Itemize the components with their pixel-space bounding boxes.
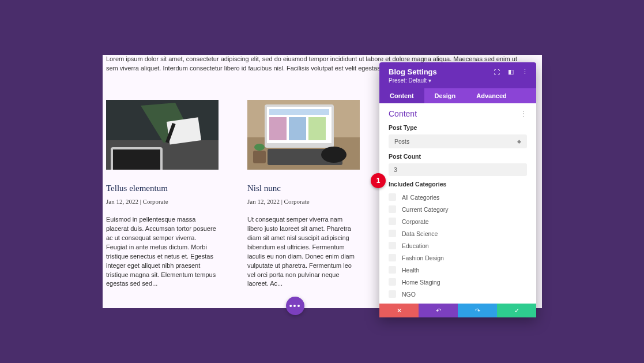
- section-kebab-icon[interactable]: ⋮: [520, 110, 527, 118]
- category-label: Education: [402, 242, 429, 249]
- svg-rect-11: [269, 109, 329, 115]
- post-type-value: Posts: [394, 138, 409, 145]
- category-row[interactable]: NGO: [389, 288, 527, 300]
- annotation-marker: 1: [371, 173, 386, 188]
- category-label: NGO: [402, 291, 416, 298]
- checkbox-icon[interactable]: [389, 290, 396, 298]
- panel-body: Content ⋮ Post Type Posts ◆ Post Count 3…: [379, 103, 536, 304]
- tab-advanced[interactable]: Advanced: [466, 88, 517, 103]
- undo-button[interactable]: ↶: [419, 304, 458, 317]
- columns-icon[interactable]: ◧: [508, 68, 514, 76]
- post-count-input[interactable]: 3: [389, 163, 527, 176]
- category-label: All Categories: [402, 194, 439, 201]
- svg-rect-12: [269, 117, 287, 140]
- panel-footer: ✕ ↶ ↷ ✓: [379, 304, 536, 317]
- section-title: Content: [389, 109, 417, 118]
- panel-tabs: Content Design Advanced: [379, 88, 536, 103]
- svg-rect-13: [289, 117, 306, 140]
- category-row[interactable]: Corporate: [389, 215, 527, 227]
- checkbox-icon[interactable]: [389, 230, 396, 237]
- svg-point-18: [254, 144, 265, 151]
- blog-settings-panel: Blog Settings ⛶ ◧ ⋮ Preset: Default ▾ Co…: [379, 62, 536, 317]
- post-body: Ut consequat semper viverra nam libero j…: [247, 215, 360, 289]
- checkbox-icon[interactable]: [389, 205, 396, 213]
- category-label: Health: [402, 267, 419, 274]
- checkbox-icon[interactable]: [389, 218, 396, 225]
- category-row[interactable]: Current Category: [389, 203, 527, 215]
- post-thumbnail[interactable]: [106, 100, 219, 170]
- category-label: Current Category: [402, 206, 449, 213]
- svg-rect-17: [253, 151, 266, 163]
- post-count-label: Post Count: [389, 153, 527, 160]
- post-card: Tellus elementum Jan 12, 2022 | Corporat…: [106, 100, 219, 289]
- checkbox-icon[interactable]: [389, 193, 396, 201]
- thumbnail-image-icon: [247, 100, 360, 170]
- included-categories-label: Included Categories: [389, 181, 527, 188]
- post-thumbnail[interactable]: [247, 100, 360, 170]
- cancel-button[interactable]: ✕: [379, 304, 419, 317]
- category-row[interactable]: Fashion Design: [389, 252, 527, 264]
- post-type-label: Post Type: [389, 124, 527, 131]
- svg-point-16: [321, 147, 347, 163]
- fab-more-button[interactable]: •••: [286, 297, 304, 315]
- category-row[interactable]: Health: [389, 264, 527, 276]
- redo-button[interactable]: ↷: [458, 304, 497, 317]
- post-title[interactable]: Tellus elementum: [106, 184, 219, 193]
- svg-rect-14: [308, 117, 326, 140]
- category-row[interactable]: All Categories: [389, 191, 527, 203]
- undo-icon: ↶: [436, 307, 441, 315]
- preset-selector[interactable]: Preset: Default ▾: [389, 77, 528, 84]
- categories-list: All Categories Current Category Corporat…: [389, 191, 527, 300]
- redo-icon: ↷: [475, 307, 480, 315]
- kebab-icon[interactable]: ⋮: [522, 68, 528, 76]
- check-icon: ✓: [514, 307, 519, 315]
- checkbox-icon[interactable]: [389, 266, 396, 274]
- category-label: Corporate: [402, 218, 429, 225]
- post-meta: Jan 12, 2022 | Corporate: [106, 198, 219, 205]
- category-label: Data Science: [402, 230, 438, 237]
- checkbox-icon[interactable]: [389, 278, 396, 286]
- confirm-button[interactable]: ✓: [497, 304, 536, 317]
- panel-header: Blog Settings ⛶ ◧ ⋮ Preset: Default ▾: [379, 62, 536, 88]
- post-card: Nisl nunc Jan 12, 2022 | Corporate Ut co…: [247, 100, 360, 289]
- tab-content[interactable]: Content: [379, 88, 424, 103]
- post-body: Euismod in pellentesque massa placerat d…: [106, 215, 219, 289]
- tab-design[interactable]: Design: [424, 88, 466, 103]
- dots-icon: •••: [289, 301, 302, 310]
- category-row[interactable]: Home Staging: [389, 276, 527, 288]
- post-type-select[interactable]: Posts ◆: [389, 134, 527, 148]
- close-icon: ✕: [397, 307, 402, 315]
- panel-title: Blog Settings: [389, 68, 494, 76]
- svg-rect-3: [113, 149, 160, 170]
- checkbox-icon[interactable]: [389, 254, 396, 261]
- expand-icon[interactable]: ⛶: [494, 69, 500, 76]
- post-title[interactable]: Nisl nunc: [247, 184, 360, 193]
- category-label: Fashion Design: [402, 255, 444, 261]
- caret-icon: ◆: [517, 139, 521, 144]
- category-row[interactable]: Education: [389, 239, 527, 252]
- post-meta: Jan 12, 2022 | Corporate: [247, 198, 360, 205]
- category-row[interactable]: Data Science: [389, 227, 527, 239]
- thumbnail-image-icon: [106, 100, 219, 170]
- category-label: Home Staging: [402, 279, 440, 286]
- checkbox-icon[interactable]: [389, 242, 396, 249]
